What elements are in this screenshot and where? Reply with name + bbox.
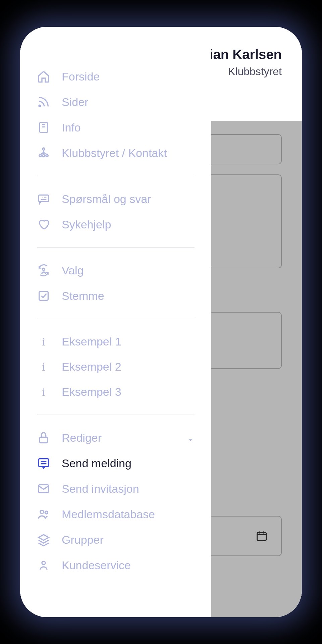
sidebar-item-label: Sider [62,96,88,109]
sidebar-item-label: Spørsmål og svar [62,193,151,206]
sidebar-item-label: Valg [62,264,84,277]
divider [37,319,195,319]
mail-icon [37,482,50,495]
lock-icon [37,431,50,444]
sidebar-item-label: Info [62,121,81,134]
nav-group-1: Forside Sider Info [20,64,211,166]
svg-point-14 [45,511,48,514]
sidebar-item-label: Sykehjelp [62,218,111,231]
divider [37,247,195,248]
users-icon [37,507,50,521]
sidebar-item-kundeservice[interactable]: Kundeservice [37,552,195,578]
divider [37,176,195,176]
person-icon [37,558,50,572]
divider [37,415,195,415]
faq-icon [37,192,50,206]
home-icon [37,70,50,83]
svg-point-3 [43,148,45,150]
svg-rect-10 [40,437,47,443]
sidebar-item-kontakt[interactable]: Klubbstyret / Kontakt [37,140,195,166]
sidebar-item-qa[interactable]: Spørsmål og svar [37,186,195,212]
sidebar-item-eksempel-3[interactable]: i Eksempel 3 [37,379,195,405]
sidebar-item-label: Medlemsdatabase [62,508,155,521]
svg-point-13 [40,510,44,514]
sidebar-item-label: Forside [62,70,100,83]
sidebar-item-label: Send invitasjon [62,482,139,495]
newspaper-icon [37,121,50,134]
svg-point-5 [46,155,48,157]
nav-group-4: i Eksempel 1 i Eksempel 2 i Eksempel 3 [20,329,211,405]
sidebar-item-stemme[interactable]: Stemme [37,283,195,309]
chevron-down-icon [186,434,195,442]
device-frame: Stian Karlsen Klubbstyret ritt) iddelbar… [20,27,302,617]
sidebar-item-info[interactable]: Info [37,115,195,140]
sidebar-item-label: Klubbstyret / Kontakt [62,147,167,160]
nav-group-2: Spørsmål og svar Sykehjelp [20,186,211,237]
nav-group-5: Rediger Send melding Send invitasjon [20,425,211,578]
sidebar-item-label: Rediger [62,431,102,444]
sidebar-item-label: Kundeservice [62,559,131,572]
rss-icon [37,95,50,109]
sidebar-item-label: Grupper [62,533,104,546]
sidebar-item-eksempel-1[interactable]: i Eksempel 1 [37,329,195,354]
sidebar-drawer: Forside Sider Info [20,27,211,617]
sidebar-item-medlemsdatabase[interactable]: Medlemsdatabase [37,501,195,527]
sidebar-item-valg[interactable]: Valg [37,258,195,283]
calendar-icon [256,530,268,542]
sidebar-item-sider[interactable]: Sider [37,89,195,115]
svg-point-6 [43,155,45,157]
sidebar-item-eksempel-2[interactable]: i Eksempel 2 [37,354,195,379]
nav-group-3: Valg Stemme [20,258,211,309]
svg-point-1 [39,105,41,107]
message-icon [37,457,50,470]
screen: Stian Karlsen Klubbstyret ritt) iddelbar… [20,27,302,617]
info-i-icon: i [37,386,50,398]
sidebar-item-label: Eksempel 3 [62,385,121,398]
checkbox-icon [37,289,50,303]
org-icon [37,146,50,160]
svg-point-15 [42,561,45,565]
sidebar-item-rediger[interactable]: Rediger [37,425,195,450]
sidebar-item-send-melding[interactable]: Send melding [37,450,195,476]
sidebar-item-label: Send melding [62,457,131,470]
cycle-person-icon [37,264,50,277]
svg-point-8 [43,268,45,270]
sidebar-item-grupper[interactable]: Grupper [37,527,195,552]
svg-point-4 [39,155,42,157]
info-i-icon: i [37,335,50,348]
sidebar-item-sykehjelp[interactable]: Sykehjelp [37,212,195,237]
info-i-icon: i [37,361,50,373]
layers-icon [37,533,50,546]
svg-rect-9 [39,291,48,301]
svg-rect-0 [257,533,266,541]
sidebar-item-forside[interactable]: Forside [37,64,195,89]
sidebar-item-send-invitasjon[interactable]: Send invitasjon [37,476,195,501]
svg-rect-11 [39,459,49,467]
sidebar-item-label: Eksempel 1 [62,335,121,348]
sidebar-item-label: Stemme [62,289,104,303]
sidebar-item-label: Eksempel 2 [62,360,121,373]
svg-rect-7 [39,195,49,202]
heart-icon [37,218,50,231]
